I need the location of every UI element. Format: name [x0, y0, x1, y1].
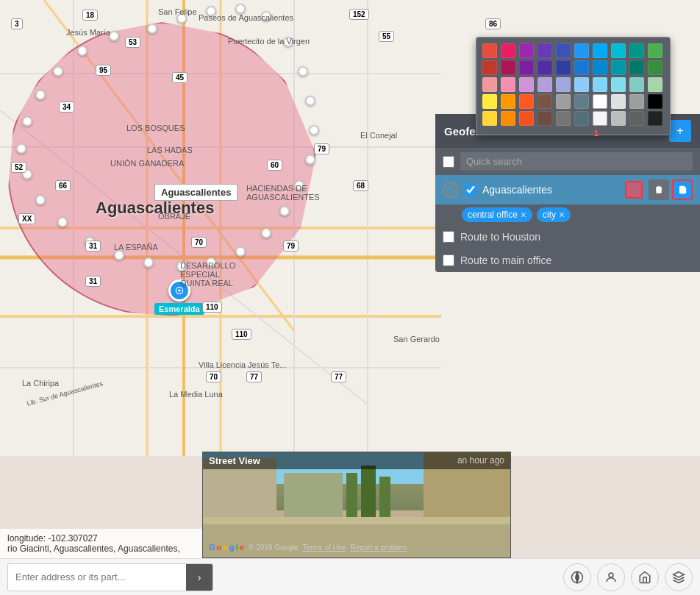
color-swatch[interactable]: [593, 77, 607, 92]
color-swatch[interactable]: [482, 94, 497, 109]
geofence-handle[interactable]: [261, 228, 271, 238]
color-swatch[interactable]: [538, 77, 552, 92]
person-button[interactable]: [597, 563, 625, 591]
color-swatch[interactable]: [648, 77, 662, 92]
color-swatch[interactable]: [556, 77, 571, 92]
color-swatch[interactable]: [501, 111, 515, 126]
geofence-handle[interactable]: [235, 246, 246, 257]
color-swatch[interactable]: [629, 94, 644, 109]
geofence-handle[interactable]: [77, 46, 88, 56]
geofence-handle[interactable]: [109, 31, 119, 41]
geofence-handle[interactable]: [53, 66, 63, 76]
layers-button[interactable]: [665, 563, 693, 591]
geofence-delete-button[interactable]: [649, 179, 669, 200]
geofence-handle[interactable]: [57, 217, 68, 227]
color-swatch[interactable]: [556, 94, 571, 109]
esmeralda-icon[interactable]: [168, 279, 190, 302]
color-swatch[interactable]: [611, 94, 626, 109]
geofence-disable-icon[interactable]: [443, 182, 459, 198]
color-swatch[interactable]: [482, 77, 497, 92]
route-checkbox-main-office[interactable]: [443, 254, 454, 266]
geofence-handle[interactable]: [176, 261, 187, 271]
color-swatch[interactable]: [556, 111, 571, 126]
color-swatch[interactable]: [519, 43, 534, 58]
geofences-search-input[interactable]: [460, 152, 693, 171]
color-swatch[interactable]: [501, 60, 515, 75]
geofence-handle[interactable]: [16, 143, 26, 154]
geofence-handle[interactable]: [206, 6, 216, 16]
color-swatch[interactable]: [629, 77, 644, 92]
geofence-handle[interactable]: [305, 96, 315, 106]
color-swatch[interactable]: [482, 43, 497, 58]
color-swatch[interactable]: [611, 77, 626, 92]
color-swatch[interactable]: [556, 60, 571, 75]
color-swatch[interactable]: [556, 43, 571, 58]
geofence-handle[interactable]: [235, 4, 246, 14]
geofence-tag-central-office[interactable]: central office ×: [462, 207, 532, 222]
geofence-handle[interactable]: [261, 11, 271, 21]
color-swatch[interactable]: [538, 111, 552, 126]
add-geofence-button[interactable]: +: [669, 120, 691, 142]
color-swatch[interactable]: [593, 111, 607, 126]
color-swatch[interactable]: [611, 43, 626, 58]
geofence-handle[interactable]: [35, 90, 46, 100]
color-swatch[interactable]: [611, 111, 626, 126]
color-swatch[interactable]: [574, 43, 589, 58]
route-checkbox-houston[interactable]: [443, 231, 454, 243]
color-swatch[interactable]: [574, 60, 589, 75]
tag-remove-city[interactable]: ×: [559, 210, 565, 220]
color-swatch[interactable]: [574, 111, 589, 126]
color-swatch[interactable]: [519, 77, 534, 92]
color-swatch[interactable]: [538, 60, 552, 75]
address-search-button[interactable]: ›: [186, 564, 213, 591]
esmeralda-marker[interactable]: Esmeralda: [154, 279, 204, 315]
geofence-handle[interactable]: [305, 154, 315, 165]
geofence-handle[interactable]: [143, 257, 154, 268]
color-swatch[interactable]: [519, 111, 534, 126]
color-swatch[interactable]: [593, 43, 607, 58]
color-swatch[interactable]: [593, 60, 607, 75]
geofence-handle[interactable]: [176, 13, 187, 24]
color-swatch[interactable]: [629, 43, 644, 58]
geofence-handle[interactable]: [309, 125, 319, 135]
geofence-handle[interactable]: [298, 66, 308, 76]
color-swatch[interactable]: [648, 43, 662, 58]
color-swatch[interactable]: [593, 94, 607, 109]
geofence-save-button[interactable]: [672, 179, 693, 200]
color-swatch[interactable]: [648, 111, 662, 126]
geofence-handle[interactable]: [35, 195, 46, 205]
color-swatch[interactable]: [574, 77, 589, 92]
geofence-handle[interactable]: [283, 37, 293, 47]
color-swatch[interactable]: [519, 94, 534, 109]
color-swatch[interactable]: [482, 111, 497, 126]
tag-remove-central-office[interactable]: ×: [521, 210, 526, 220]
color-swatch[interactable]: [611, 60, 626, 75]
geofence-item-aguascalientes[interactable]: Aguascalientes: [435, 175, 700, 204]
color-swatch[interactable]: [629, 111, 644, 126]
geofence-handle[interactable]: [114, 250, 124, 260]
geofence-handle[interactable]: [22, 116, 32, 127]
color-swatch[interactable]: [648, 94, 662, 109]
geofence-handle[interactable]: [206, 257, 216, 268]
geofence-handle[interactable]: [147, 24, 157, 34]
geofence-color-swatch[interactable]: [625, 181, 643, 199]
color-swatch[interactable]: [648, 60, 662, 75]
color-swatch[interactable]: [501, 77, 515, 92]
color-swatch[interactable]: [629, 60, 644, 75]
color-swatch[interactable]: [501, 43, 515, 58]
home-button[interactable]: [631, 563, 659, 591]
geofences-select-all[interactable]: [443, 156, 454, 168]
color-swatch[interactable]: [538, 94, 552, 109]
color-swatch[interactable]: [519, 60, 534, 75]
sv-terms[interactable]: Terms of Use: [302, 544, 346, 552]
geofence-checkbox[interactable]: [465, 184, 476, 196]
geofence-handle[interactable]: [294, 180, 304, 190]
color-swatch[interactable]: [574, 94, 589, 109]
geofence-handle[interactable]: [279, 206, 290, 216]
sv-report[interactable]: Report a problem: [350, 544, 407, 552]
geofence-tag-city[interactable]: city ×: [537, 207, 571, 222]
color-swatch[interactable]: [501, 94, 515, 109]
address-search-input[interactable]: [8, 566, 186, 588]
color-swatch[interactable]: [482, 60, 497, 75]
color-picker-popup[interactable]: 1: [476, 37, 671, 135]
